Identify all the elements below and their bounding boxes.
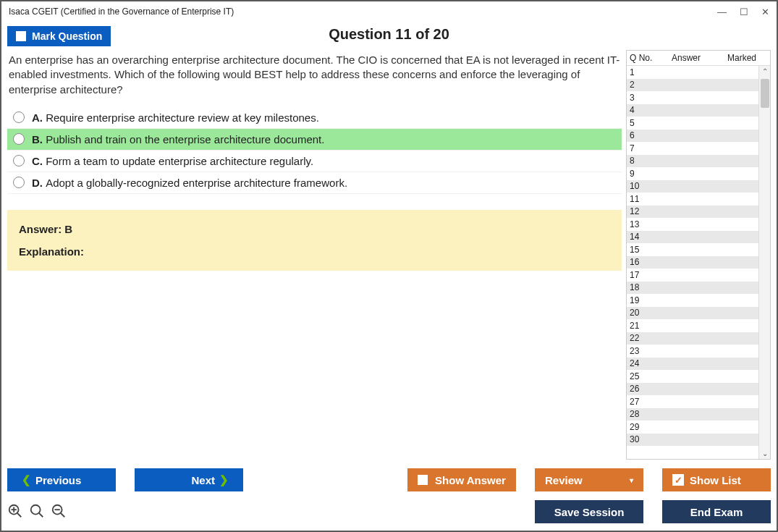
question-list-row[interactable]: 12 [627,206,770,219]
review-button[interactable]: Review ▾ [535,468,643,491]
radio-icon [13,155,25,166]
save-session-button[interactable]: Save Session [535,500,643,523]
end-exam-button[interactable]: End Exam [662,500,771,523]
question-list-row[interactable]: 17 [627,269,770,282]
question-number: 28 [630,409,659,419]
col-marked: Marked [714,53,770,63]
chevron-left-icon: ❮ [22,473,31,486]
question-number: 13 [630,219,659,229]
question-number: 21 [630,321,659,331]
mark-question-button[interactable]: Mark Question [7,26,111,46]
scrollbar[interactable]: ⌃ ⌄ [758,66,770,459]
footer-row-1: ❮ Previous Next ❯ Show Answer Review ▾ ✓… [7,468,771,491]
choice-b[interactable]: B. Publish and train on the enterprise a… [7,129,622,151]
zoom-controls [7,503,67,521]
choice-a[interactable]: A. Require enterprise architecture revie… [7,107,622,129]
question-number: 8 [630,156,659,166]
zoom-in-icon[interactable] [7,503,23,521]
question-list-row[interactable]: 18 [627,282,770,295]
scroll-thumb[interactable] [761,79,769,108]
choices-list: A. Require enterprise architecture revie… [7,107,622,194]
minimize-icon[interactable]: — [717,7,727,17]
choice-label: C. Form a team to update enterprise arch… [32,155,313,167]
question-list-row[interactable]: 14 [627,231,770,244]
svg-line-7 [61,512,65,517]
question-list-row[interactable]: 5 [627,117,770,130]
question-number: 2 [630,80,659,90]
question-number: 20 [630,308,659,318]
question-number: 16 [630,257,659,267]
question-list-row[interactable]: 16 [627,256,770,269]
question-number: 25 [630,371,659,381]
choice-c[interactable]: C. Form a team to update enterprise arch… [7,151,622,172]
scroll-up-icon[interactable]: ⌃ [762,66,768,77]
question-number: 22 [630,333,659,343]
question-list-row[interactable]: 28 [627,408,770,421]
question-list-row[interactable]: 8 [627,155,770,168]
question-list-row[interactable]: 13 [627,218,770,231]
question-number: 14 [630,232,659,242]
question-number: 29 [630,422,659,432]
question-number: 12 [630,206,659,216]
question-list-row[interactable]: 25 [627,370,770,383]
question-number: 18 [630,282,659,292]
question-list-row[interactable]: 9 [627,167,770,180]
question-number: 3 [630,93,659,103]
question-list-row[interactable]: 7 [627,142,770,155]
show-list-button[interactable]: ✓ Show List [662,468,771,491]
question-list-row[interactable]: 23 [627,345,770,358]
header-bar: Mark Question Question 11 of 20 [1,22,777,47]
question-list-row[interactable]: 4 [627,104,770,117]
question-number: 4 [630,105,659,115]
question-list-row[interactable]: 29 [627,421,770,434]
previous-button[interactable]: ❮ Previous [7,468,116,491]
close-icon[interactable]: ✕ [761,7,769,17]
question-number: 7 [630,143,659,153]
question-list-row[interactable]: 2 [627,79,770,92]
question-list-row[interactable]: 30 [627,434,770,447]
choice-label: D. Adopt a globally-recognized enterpris… [32,177,347,189]
checkbox-checked-icon: ✓ [672,474,684,486]
question-list-row[interactable]: 10 [627,180,770,193]
show-answer-button[interactable]: Show Answer [407,468,516,491]
question-list-row[interactable]: 1 [627,66,770,79]
question-list-row[interactable]: 3 [627,91,770,104]
question-list-row[interactable]: 19 [627,294,770,307]
question-list-row[interactable]: 26 [627,383,770,396]
choice-d[interactable]: D. Adopt a globally-recognized enterpris… [7,172,622,194]
question-number: 17 [630,270,659,280]
previous-label: Previous [35,474,81,486]
question-list-row[interactable]: 21 [627,319,770,332]
question-list-row[interactable]: 15 [627,243,770,256]
question-list-row[interactable]: 24 [627,358,770,371]
question-list-row[interactable]: 20 [627,307,770,320]
scroll-down-icon[interactable]: ⌄ [762,448,768,459]
next-label: Next [191,474,215,486]
question-list: 1234567891011121314151617181920212223242… [627,66,770,459]
zoom-out-icon[interactable] [51,503,67,521]
question-list-row[interactable]: 6 [627,130,770,143]
mark-question-label: Mark Question [32,30,102,42]
chevron-right-icon: ❯ [219,473,229,486]
next-button[interactable]: Next ❯ [135,468,243,491]
question-number: 1 [630,67,659,77]
question-list-row[interactable]: 27 [627,395,770,408]
question-number: 27 [630,397,659,407]
footer: ❮ Previous Next ❯ Show Answer Review ▾ ✓… [1,460,777,531]
question-counter: Question 11 of 20 [7,26,771,43]
question-number: 24 [630,358,659,368]
zoom-reset-icon[interactable] [29,503,45,521]
question-list-row[interactable]: 11 [627,193,770,206]
show-answer-label: Show Answer [435,474,506,486]
question-list-row[interactable]: 22 [627,332,770,345]
radio-icon [13,111,25,123]
col-qno: Q No. [630,53,659,63]
maximize-icon[interactable]: ☐ [740,7,748,17]
window-title: Isaca CGEIT (Certified in the Governance… [9,7,711,17]
question-list-panel: Q No. Answer Marked 12345678910111213141… [626,50,771,460]
question-number: 11 [630,194,659,204]
checkbox-icon [418,475,428,485]
answer-box: Answer: B Explanation: [7,210,622,271]
titlebar: Isaca CGEIT (Certified in the Governance… [1,1,777,22]
svg-point-4 [31,504,41,514]
